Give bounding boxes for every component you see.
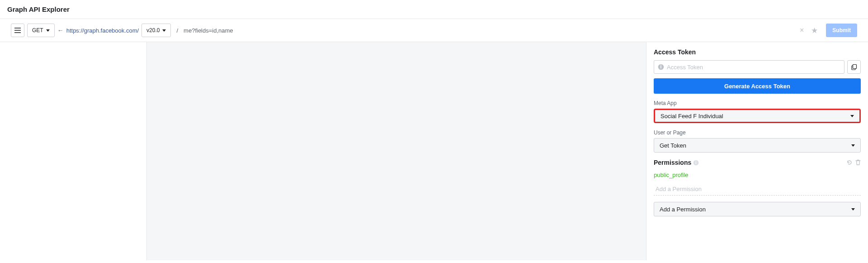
user-or-page-value: Get Token: [660, 142, 686, 149]
caret-down-icon: [162, 29, 166, 32]
add-permission-input[interactable]: [654, 183, 861, 196]
svg-text:i: i: [696, 160, 697, 165]
access-token-input[interactable]: [667, 64, 840, 71]
base-url: https://graph.facebook.com/: [66, 27, 139, 34]
meta-app-label: Meta App: [654, 100, 861, 106]
svg-rect-3: [853, 65, 857, 69]
generate-access-token-button[interactable]: Generate Access Token: [654, 78, 861, 94]
access-token-row: i: [654, 60, 861, 74]
toolbar: GET ← https://graph.facebook.com/ v20.0 …: [0, 19, 868, 42]
permission-item[interactable]: public_profile: [654, 170, 861, 180]
main-content: Access Token i Generate Access Token Met…: [0, 42, 868, 260]
access-token-title: Access Token: [654, 48, 861, 56]
permissions-actions: [846, 159, 861, 166]
svg-text:i: i: [660, 64, 662, 69]
access-token-input-wrap: i: [654, 60, 844, 74]
favorite-button[interactable]: ★: [808, 26, 821, 35]
undo-icon: [846, 159, 853, 166]
page-title: Graph API Explorer: [7, 5, 861, 13]
header: Graph API Explorer: [0, 0, 868, 19]
menu-button[interactable]: [11, 24, 24, 37]
response-panel: [147, 42, 646, 260]
meta-app-dropdown[interactable]: Social Feed F Individual: [654, 109, 861, 123]
trash-icon: [855, 159, 861, 166]
submit-button[interactable]: Submit: [826, 24, 857, 37]
delete-button[interactable]: [855, 159, 861, 166]
permissions-title: Permissions i: [654, 159, 699, 166]
meta-app-value: Social Feed F Individual: [660, 113, 723, 120]
arrow-left-icon: ←: [57, 27, 64, 34]
method-value: GET: [32, 27, 43, 33]
info-icon: i: [693, 160, 699, 166]
path-separator: /: [176, 27, 178, 34]
caret-down-icon: [46, 29, 50, 32]
caret-down-icon: [851, 208, 855, 210]
user-or-page-dropdown[interactable]: Get Token: [654, 138, 861, 153]
hamburger-icon: [14, 28, 21, 33]
clear-button[interactable]: ×: [798, 26, 806, 34]
left-panel: [0, 42, 147, 260]
permissions-header: Permissions i: [654, 159, 861, 166]
version-dropdown[interactable]: v20.0: [142, 24, 171, 37]
copy-token-button[interactable]: [847, 60, 861, 74]
method-dropdown[interactable]: GET: [27, 24, 55, 37]
caret-down-icon: [850, 115, 854, 117]
copy-icon: [851, 64, 857, 70]
query-input[interactable]: [184, 24, 795, 37]
info-icon: i: [658, 64, 664, 70]
user-or-page-label: User or Page: [654, 129, 861, 136]
right-panel: Access Token i Generate Access Token Met…: [646, 42, 868, 260]
add-permission-dropdown-label: Add a Permission: [660, 206, 706, 213]
version-value: v20.0: [146, 27, 160, 33]
undo-button[interactable]: [846, 159, 853, 166]
add-permission-dropdown[interactable]: Add a Permission: [654, 202, 861, 216]
caret-down-icon: [851, 144, 855, 147]
